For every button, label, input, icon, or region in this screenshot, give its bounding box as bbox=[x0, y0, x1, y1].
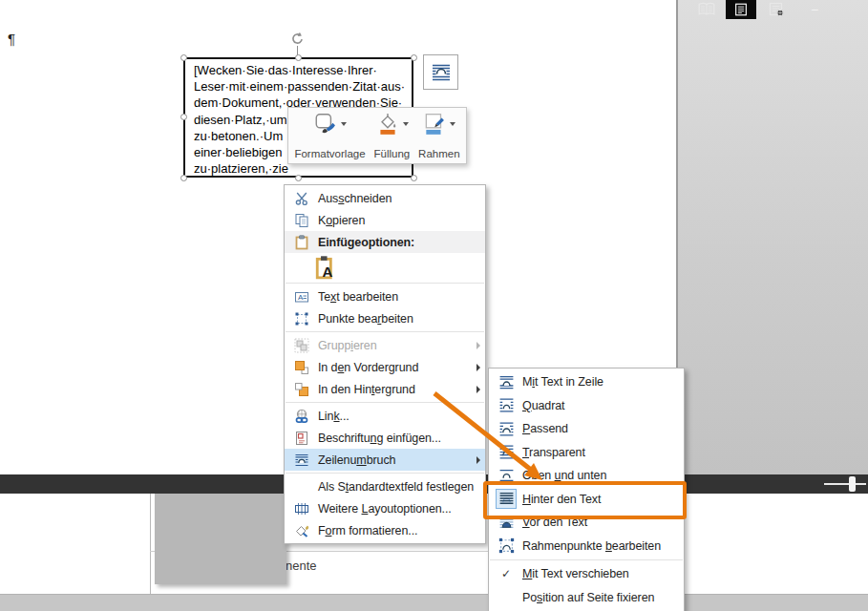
resize-handle-top-center[interactable] bbox=[295, 54, 302, 61]
submenu-item-label: Position auf Seite fixieren bbox=[522, 591, 679, 604]
menu-item-beschriftung-einfuegen[interactable]: Beschriftung einfügen... bbox=[285, 427, 485, 449]
web-layout-icon bbox=[768, 2, 785, 17]
outline-icon bbox=[422, 112, 447, 137]
fill-icon bbox=[375, 112, 400, 137]
resize-handle-top-left[interactable] bbox=[180, 54, 187, 61]
menu-item-ausschneiden[interactable]: Ausschneiden bbox=[285, 187, 485, 209]
menu-item-zeilenumbruch[interactable]: Zeilenumbruch bbox=[285, 449, 485, 471]
menu-separator bbox=[286, 473, 484, 474]
copy-icon bbox=[292, 211, 311, 229]
read-mode-icon bbox=[697, 2, 716, 17]
paragraph-mark: ¶ bbox=[8, 31, 15, 47]
layout-options-button[interactable] bbox=[423, 54, 458, 90]
menu-header-einfuegeoptionen: Einfügeoptionen: bbox=[285, 231, 485, 253]
menu-item-punkte-bearbeiten[interactable]: Punkte bearbeiten bbox=[285, 307, 485, 329]
submenu-item-position-auf-seite-fixieren[interactable]: Position auf Seite fixieren bbox=[489, 586, 684, 610]
wrap-inline-icon bbox=[497, 373, 516, 391]
textbox-line: [Wecken·Sie·das·Interesse·Ihrer· bbox=[194, 62, 410, 78]
submenu-item-passend[interactable]: Passend bbox=[489, 417, 684, 441]
submenu-item-label: Quadrat bbox=[522, 399, 679, 412]
shape-style-label: Formatvorlage bbox=[294, 148, 365, 159]
menu-item-in-den-hintergrund[interactable]: In den Hintergrund bbox=[285, 378, 485, 400]
annotation-highlight-box bbox=[483, 481, 687, 519]
submenu-item-transparent[interactable]: Transparent bbox=[489, 441, 684, 465]
menu-item-form-formatieren[interactable]: Form formatieren... bbox=[285, 519, 485, 541]
menu-item-text-bearbeiten[interactable]: A Text bearbeiten bbox=[285, 285, 485, 307]
chevron-down-icon bbox=[341, 122, 347, 126]
menu-separator bbox=[286, 331, 484, 332]
scissors-icon bbox=[292, 189, 311, 207]
menu-item-label: Ausschneiden bbox=[318, 192, 480, 205]
menu-item-label: Gruppieren bbox=[318, 339, 473, 352]
paste-text-icon: A bbox=[315, 255, 338, 280]
submenu-item-quadrat[interactable]: Quadrat bbox=[489, 394, 684, 418]
outline-button[interactable]: Rahmen bbox=[415, 110, 462, 161]
submenu-separator bbox=[490, 559, 683, 560]
menu-separator bbox=[286, 283, 484, 284]
menu-item-label: Link... bbox=[318, 410, 480, 423]
rotation-handle[interactable] bbox=[290, 32, 305, 50]
menu-item-label: Als Standardtextfeld festlegen bbox=[318, 480, 480, 494]
fill-button[interactable]: Füllung bbox=[370, 110, 413, 161]
submenu-arrow-icon bbox=[476, 342, 480, 349]
menu-item-label: Kopieren bbox=[318, 214, 480, 227]
submenu-item-mit-text-verschieben[interactable]: ✓ Mit Text verschieben bbox=[489, 562, 684, 586]
resize-handle-bottom-left[interactable] bbox=[180, 175, 187, 181]
zoom-slider-thumb[interactable] bbox=[849, 476, 856, 492]
shape-style-button[interactable]: Formatvorlage bbox=[291, 110, 368, 161]
rotate-icon bbox=[290, 32, 305, 46]
wrap-square-icon bbox=[497, 396, 516, 414]
menu-item-weitere-layoutoptionen[interactable]: Weitere Layoutoptionen... bbox=[285, 497, 485, 519]
menu-item-label: Text bearbeiten bbox=[318, 290, 480, 304]
wrap-through-icon bbox=[497, 443, 516, 461]
gray-overlay-box bbox=[155, 494, 286, 584]
menu-header-label: Einfügeoptionen: bbox=[318, 236, 480, 249]
submenu-item-label: Mit Text in Zeile bbox=[522, 375, 679, 389]
read-mode-button[interactable] bbox=[694, 0, 719, 19]
paste-icon bbox=[292, 233, 311, 251]
submenu-item-mit-text-in-zeile[interactable]: Mit Text in Zeile bbox=[489, 370, 684, 394]
resize-handle-top-right[interactable] bbox=[411, 54, 417, 61]
submenu-arrow-icon bbox=[476, 456, 480, 464]
resize-handle-middle-left[interactable] bbox=[180, 114, 187, 120]
fill-label: Füllung bbox=[373, 148, 410, 159]
layout-options-wrap-icon bbox=[430, 61, 453, 84]
paste-keep-text-only-button[interactable]: A bbox=[314, 254, 339, 280]
app-background bbox=[678, 0, 868, 474]
menu-item-label: Punkte bearbeiten bbox=[318, 312, 480, 326]
menu-item-label: Beschriftung einfügen... bbox=[318, 432, 480, 445]
submenu-item-label: Transparent bbox=[522, 446, 679, 459]
edit-points-icon bbox=[292, 309, 311, 327]
link-icon bbox=[292, 407, 311, 425]
resize-handle-bottom-center[interactable] bbox=[295, 175, 302, 181]
no-icon bbox=[292, 477, 311, 495]
outline-label: Rahmen bbox=[418, 148, 459, 159]
send-to-back-icon bbox=[292, 380, 311, 398]
menu-item-als-standardtextfeld[interactable]: Als Standardtextfeld festlegen bbox=[285, 475, 485, 497]
zoom-slider-track[interactable] bbox=[824, 483, 866, 485]
edit-text-icon: A bbox=[292, 287, 311, 306]
submenu-item-label: Mit Text verschieben bbox=[522, 567, 679, 580]
submenu-item-label: Rahmenpunkte bearbeiten bbox=[522, 539, 679, 553]
menu-item-in-den-vordergrund[interactable]: In den Vordergrund bbox=[285, 356, 485, 378]
submenu-item-rahmenpunkte-bearbeiten[interactable]: Rahmenpunkte bearbeiten bbox=[489, 535, 684, 558]
menu-item-kopieren[interactable]: Kopieren bbox=[285, 209, 485, 231]
menu-item-label: In den Hintergrund bbox=[318, 383, 473, 396]
menu-item-gruppieren[interactable]: Gruppieren bbox=[285, 334, 485, 356]
zoom-out-button[interactable]: − bbox=[811, 2, 818, 17]
chevron-down-icon bbox=[403, 122, 409, 126]
bring-to-front-icon bbox=[292, 358, 311, 376]
resize-handle-bottom-right[interactable] bbox=[411, 175, 417, 181]
print-layout-button[interactable] bbox=[726, 0, 756, 19]
submenu-arrow-icon bbox=[476, 386, 480, 393]
menu-item-link[interactable]: Link... bbox=[285, 405, 485, 427]
menu-item-label: In den Vordergrund bbox=[318, 361, 473, 374]
print-layout-icon bbox=[733, 2, 749, 17]
group-icon bbox=[292, 336, 311, 354]
checkmark-icon: ✓ bbox=[497, 567, 516, 580]
menu-item-label: Form formatieren... bbox=[318, 524, 480, 537]
chevron-down-icon bbox=[450, 122, 455, 126]
bottom-strip bbox=[0, 594, 868, 611]
web-layout-button[interactable] bbox=[763, 0, 790, 19]
svg-text:A: A bbox=[323, 263, 333, 279]
